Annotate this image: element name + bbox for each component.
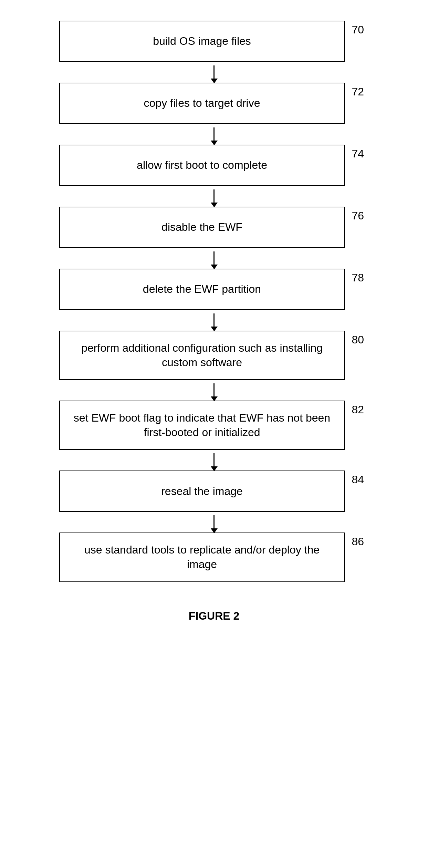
arrow-line-80	[213, 383, 215, 397]
flow-box-80: perform additional configuration such as…	[59, 331, 345, 380]
flow-box-84: reseal the image	[59, 471, 345, 512]
step-number-72: 72	[352, 83, 369, 98]
arrow-line-84	[213, 515, 215, 529]
flow-box-76: disable the EWF	[59, 207, 345, 248]
arrow-line-72	[213, 127, 215, 141]
step-number-86: 86	[352, 533, 369, 548]
flow-step-row-86: use standard tools to replicate and/or d…	[59, 533, 369, 582]
step-number-70: 70	[352, 21, 369, 36]
flow-step-row-70: build OS image files70	[59, 21, 369, 62]
arrow-line-82	[213, 453, 215, 467]
step-number-84: 84	[352, 471, 369, 486]
flow-step-row-76: disable the EWF76	[59, 207, 369, 248]
flow-step-row-74: allow first boot to complete74	[59, 145, 369, 186]
step-number-76: 76	[352, 207, 369, 222]
arrow-74	[59, 186, 369, 207]
step-number-82: 82	[352, 401, 369, 416]
arrow-line-70	[213, 65, 215, 79]
flow-step-row-84: reseal the image84	[59, 471, 369, 512]
flow-step-row-72: copy files to target drive72	[59, 83, 369, 124]
step-number-78: 78	[352, 269, 369, 284]
flow-step-row-80: perform additional configuration such as…	[59, 331, 369, 380]
arrow-70	[59, 62, 369, 83]
arrow-80	[59, 380, 369, 401]
flow-box-74: allow first boot to complete	[59, 145, 345, 186]
flow-box-78: delete the EWF partition	[59, 269, 345, 310]
flowchart-diagram: build OS image files70copy files to targ…	[59, 21, 369, 622]
arrow-78	[59, 310, 369, 331]
flow-box-82: set EWF boot flag to indicate that EWF h…	[59, 401, 345, 450]
arrow-72	[59, 124, 369, 145]
arrow-82	[59, 450, 369, 471]
step-number-80: 80	[352, 331, 369, 346]
arrow-76	[59, 248, 369, 269]
arrow-line-74	[213, 189, 215, 203]
arrow-84	[59, 512, 369, 533]
flow-step-row-82: set EWF boot flag to indicate that EWF h…	[59, 401, 369, 450]
flow-box-86: use standard tools to replicate and/or d…	[59, 533, 345, 582]
arrow-line-76	[213, 251, 215, 265]
step-number-74: 74	[352, 145, 369, 160]
flow-step-row-78: delete the EWF partition78	[59, 269, 369, 310]
arrow-line-78	[213, 313, 215, 327]
flow-box-70: build OS image files	[59, 21, 345, 62]
flow-box-72: copy files to target drive	[59, 83, 345, 124]
figure-caption: FIGURE 2	[189, 610, 240, 622]
